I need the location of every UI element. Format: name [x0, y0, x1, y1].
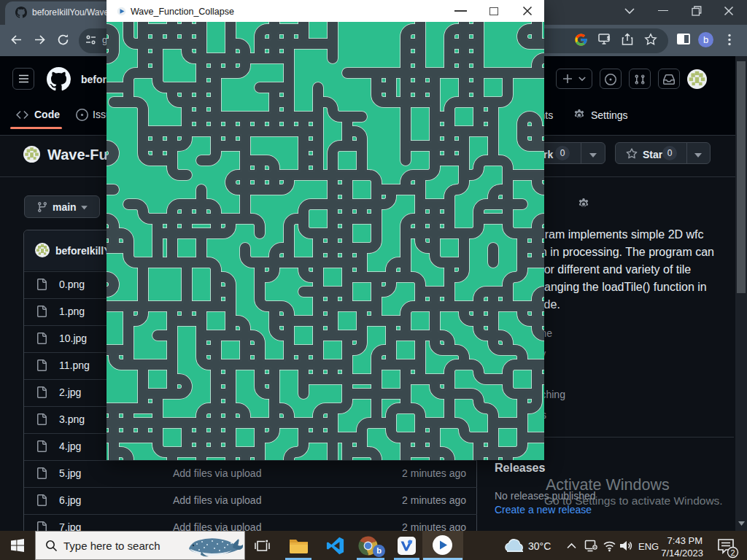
svg-text:2: 2	[730, 548, 735, 557]
